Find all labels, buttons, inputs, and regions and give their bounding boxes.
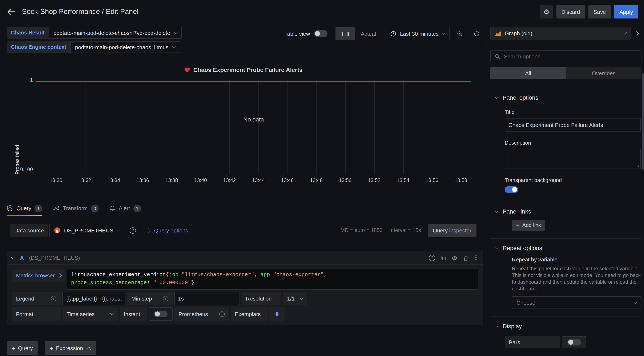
panel-settings-button[interactable]: ⚙	[540, 5, 553, 18]
chevron-down-icon	[495, 324, 498, 328]
exemplars-visibility-button[interactable]	[270, 307, 284, 321]
resize-grip-icon[interactable]	[636, 164, 639, 167]
question-circle-icon: ?	[130, 227, 136, 233]
options-search-input[interactable]	[504, 53, 637, 59]
datasource-label: Data source	[10, 224, 48, 237]
panel-toolbar: Table view Fill Actual Last 30 minutes	[280, 27, 483, 40]
zoom-out-button[interactable]	[453, 27, 466, 40]
chevron-down-icon	[116, 228, 120, 232]
y-axis-tick-label: 1	[9, 77, 33, 83]
time-range-picker[interactable]: Last 30 minutes	[386, 27, 450, 40]
variable-select-chaos-engine-context[interactable]: podtato-main-pod-delete-chaos_litmus	[70, 41, 180, 53]
promql-line: litmuschaos_experiment_verdict{job="litm…	[71, 271, 474, 279]
threshold-line	[36, 81, 472, 82]
promql-token: ,	[324, 272, 327, 278]
x-axis-tick-label: 13:44	[252, 177, 265, 183]
actual-option[interactable]: Actual	[355, 27, 382, 40]
query-row-body: Metrics browser litmuschaos_experiment_v…	[7, 265, 483, 325]
options-scrollbar[interactable]	[642, 73, 644, 170]
arrow-left-icon	[7, 7, 16, 16]
promql-token: ,	[254, 272, 260, 278]
save-button[interactable]: Save	[588, 5, 611, 18]
info-icon[interactable]: i	[219, 311, 225, 317]
fill-option[interactable]: Fill	[336, 27, 355, 40]
x-axis-tick-label: 13:34	[108, 177, 120, 183]
promql-editor[interactable]: litmuschaos_experiment_verdict{job="litm…	[67, 269, 478, 290]
transparent-background-label: Transparent background	[505, 177, 641, 183]
resolution-select[interactable]: 1/1	[283, 292, 307, 305]
back-button[interactable]	[7, 7, 16, 16]
add-expression-button[interactable]: +Expression⚠	[44, 341, 96, 355]
alert-heart-icon	[184, 67, 190, 73]
tab-alert[interactable]: Alert 1	[110, 201, 141, 216]
info-icon[interactable]: i	[163, 296, 168, 301]
variable-select-chaos-result[interactable]: podtato-main-pod-delete-chaosnl7vd-pod-d…	[49, 27, 182, 39]
tab-all[interactable]: All	[490, 67, 566, 79]
add-query-button[interactable]: +Query	[7, 341, 38, 355]
info-icon[interactable]: i	[51, 296, 56, 301]
options-search[interactable]	[490, 50, 642, 62]
apply-button[interactable]: Apply	[614, 5, 638, 18]
datasource-help-button[interactable]: ?	[126, 224, 139, 237]
query-inspector-button[interactable]: Query inspector	[428, 224, 476, 237]
tab-transform[interactable]: Transform 0	[53, 201, 99, 216]
panel-options-header[interactable]: Panel options	[490, 94, 642, 101]
x-axis-tick-label: 13:56	[426, 177, 438, 183]
repeat-variable-select[interactable]: Choose	[512, 296, 642, 309]
display-header[interactable]: Display	[490, 323, 642, 330]
x-axis-tick-label: 13:30	[50, 177, 62, 183]
resolution-label: Resolution	[242, 292, 281, 305]
tab-query[interactable]: Query 1	[7, 201, 42, 216]
chevron-down-icon	[441, 31, 446, 35]
duplicate-icon[interactable]	[441, 255, 446, 261]
refresh-button[interactable]	[470, 27, 483, 40]
datasource-row: Data source DS_PROMETHEUS ? Query option…	[10, 224, 476, 237]
chevron-down-icon	[495, 95, 498, 99]
query-options-toggle[interactable]: Query options	[147, 227, 188, 233]
panel-description-input[interactable]	[505, 149, 641, 169]
datasource-name: DS_PROMETHEUS	[64, 227, 113, 233]
transparent-background-switch[interactable]	[505, 186, 518, 193]
format-select[interactable]: Time series	[62, 307, 118, 321]
instant-switch[interactable]	[154, 311, 168, 317]
promql-token: =	[178, 272, 182, 278]
min-step-input[interactable]	[174, 292, 240, 305]
datasource-picker[interactable]: DS_PROMETHEUS	[49, 224, 124, 237]
toggle-viz-picker-button[interactable]	[631, 27, 642, 39]
tab-overrides[interactable]: Overrides	[566, 67, 642, 79]
y-axis-label: Probes failed	[14, 80, 20, 175]
chevron-down-icon	[633, 300, 638, 304]
legend-label: Legendi	[12, 292, 60, 305]
bars-switch[interactable]	[568, 339, 581, 346]
panel-title-input[interactable]	[505, 118, 641, 132]
legend-input[interactable]	[62, 292, 126, 305]
panel-links-header[interactable]: Panel links	[490, 208, 642, 215]
drag-handle-icon[interactable]	[474, 255, 478, 261]
eye-icon[interactable]	[452, 255, 458, 261]
table-view-switch[interactable]	[314, 30, 328, 37]
table-view-toggle[interactable]: Table view	[280, 27, 332, 40]
trash-icon[interactable]	[463, 255, 468, 261]
prometheus-icon	[54, 227, 60, 234]
repeat-options-header[interactable]: Repeat options	[490, 245, 642, 251]
label-text: Exemplars	[235, 311, 261, 317]
table-view-label: Table view	[284, 30, 310, 37]
x-axis-tick-label: 13:38	[166, 177, 178, 183]
gridline	[56, 80, 56, 174]
plot-area[interactable]: No data 13:3013:3213:3413:3613:3813:4013…	[36, 80, 472, 175]
interval-stat: Interval = 15s	[389, 227, 421, 233]
metrics-browser-button[interactable]: Metrics browser	[12, 269, 65, 282]
x-axis-tick-label: 13:36	[136, 177, 149, 183]
add-link-button[interactable]: +Add link	[512, 220, 545, 231]
promql-token: {	[166, 272, 169, 278]
help-icon[interactable]: ?	[429, 255, 435, 261]
bars-toggle[interactable]	[562, 336, 586, 348]
instant-toggle[interactable]	[149, 307, 172, 321]
graph-icon	[494, 30, 501, 36]
collapse-chevron-icon[interactable]	[11, 255, 15, 259]
sub-bar: Chaos Result podtato-main-pod-delete-cha…	[0, 23, 486, 53]
discard-button[interactable]: Discard	[556, 5, 585, 18]
visualization-picker[interactable]: Graph (old)	[490, 27, 630, 39]
refresh-icon	[473, 30, 480, 37]
promql-token: "litmus/chaos-exporter"	[182, 272, 254, 278]
